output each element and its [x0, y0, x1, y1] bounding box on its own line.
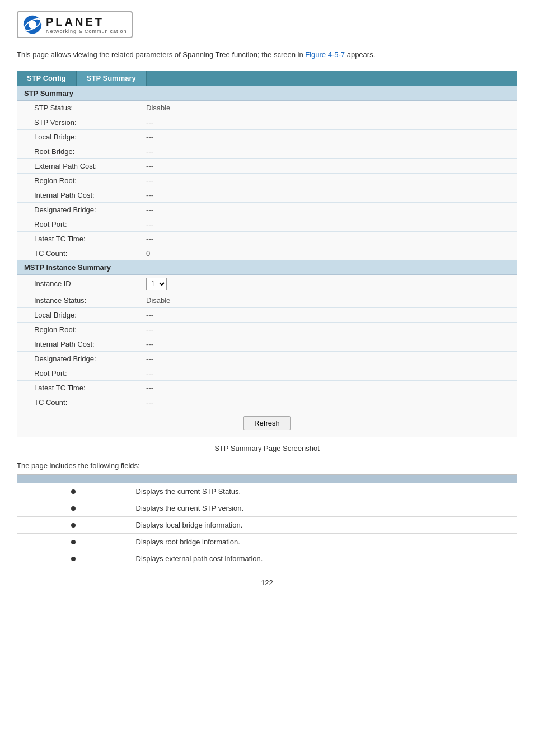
- mstp-latest-tc-value: ---: [129, 380, 517, 395]
- table-row: TC Count: 0: [17, 246, 517, 260]
- mstp-region-root-label: Region Root:: [17, 322, 129, 337]
- mstp-summary-header: MSTP Instance Summary: [17, 260, 517, 275]
- stp-summary-header: STP Summary: [17, 86, 517, 101]
- mstp-summary-table: Instance ID 1 2 3 Instance Status: Disab…: [17, 275, 517, 409]
- root-bridge-label: Root Bridge:: [17, 144, 129, 158]
- stp-status-value: Disable: [129, 101, 517, 115]
- bullet-icon: [71, 557, 76, 561]
- list-item: Displays local bridge information.: [17, 516, 517, 533]
- instance-id-label: Instance ID: [17, 275, 129, 293]
- root-bridge-value: ---: [129, 144, 517, 158]
- mstp-root-port-label: Root Port:: [17, 366, 129, 380]
- field-bullet-1: [17, 483, 129, 500]
- table-row: STP Status: Disable: [17, 101, 517, 115]
- field-description-table: Displays the current STP Status. Display…: [17, 474, 517, 567]
- field-table-header-row: [17, 474, 517, 483]
- root-port-label: Root Port:: [17, 217, 129, 231]
- table-row: Latest TC Time: ---: [17, 380, 517, 395]
- tc-count-value: 0: [129, 246, 517, 260]
- logo-box: PLANET Networking & Communication: [17, 11, 133, 38]
- stp-version-value: ---: [129, 115, 517, 129]
- latest-tc-label: Latest TC Time:: [17, 231, 129, 246]
- ext-path-cost-value: ---: [129, 158, 517, 173]
- field-col-header-1: [17, 474, 129, 483]
- ext-path-cost-label: External Path Cost:: [17, 158, 129, 173]
- table-row: Region Root: ---: [17, 322, 517, 337]
- int-path-cost-value: ---: [129, 188, 517, 202]
- tab-bar: STP Config STP Summary: [17, 71, 517, 86]
- list-item: Displays the current STP Status.: [17, 483, 517, 500]
- mstp-int-path-label: Internal Path Cost:: [17, 337, 129, 351]
- mstp-local-bridge-label: Local Bridge:: [17, 307, 129, 322]
- field-desc-5: Displays external path cost information.: [129, 550, 517, 567]
- desig-bridge-value: ---: [129, 202, 517, 217]
- list-item: Displays external path cost information.: [17, 550, 517, 567]
- table-row: Local Bridge: ---: [17, 129, 517, 144]
- logo-planet-text: PLANET: [46, 16, 127, 29]
- planet-logo-icon: [22, 15, 43, 35]
- table-row: Root Port: ---: [17, 217, 517, 231]
- region-root-label: Region Root:: [17, 173, 129, 188]
- instance-status-label: Instance Status:: [17, 293, 129, 307]
- int-path-cost-label: Internal Path Cost:: [17, 188, 129, 202]
- logo-sub-text: Networking & Communication: [46, 29, 127, 34]
- field-bullet-5: [17, 550, 129, 567]
- region-root-value: ---: [129, 173, 517, 188]
- main-panel: STP Summary STP Status: Disable STP Vers…: [17, 86, 517, 437]
- stp-version-label: STP Version:: [17, 115, 129, 129]
- root-port-value: ---: [129, 217, 517, 231]
- field-desc-4: Displays root bridge information.: [129, 533, 517, 550]
- field-desc-1: Displays the current STP Status.: [129, 483, 517, 500]
- bullet-icon: [71, 523, 76, 528]
- field-bullet-4: [17, 533, 129, 550]
- mstp-root-port-value: ---: [129, 366, 517, 380]
- bullet-icon: [71, 540, 76, 544]
- mstp-local-bridge-value: ---: [129, 307, 517, 322]
- mstp-tc-count-value: ---: [129, 395, 517, 409]
- table-row: Internal Path Cost: ---: [17, 188, 517, 202]
- field-bullet-3: [17, 516, 129, 533]
- stp-status-label: STP Status:: [17, 101, 129, 115]
- local-bridge-label: Local Bridge:: [17, 129, 129, 144]
- mstp-desig-bridge-label: Designated Bridge:: [17, 351, 129, 366]
- desig-bridge-label: Designated Bridge:: [17, 202, 129, 217]
- table-row: Internal Path Cost: ---: [17, 337, 517, 351]
- tc-count-label: TC Count:: [17, 246, 129, 260]
- refresh-button[interactable]: Refresh: [243, 416, 291, 430]
- latest-tc-value: ---: [129, 231, 517, 246]
- table-row: Instance ID 1 2 3: [17, 275, 517, 293]
- table-row: Instance Status: Disable: [17, 293, 517, 307]
- list-item: Displays root bridge information.: [17, 533, 517, 550]
- list-item: Displays the current STP version.: [17, 500, 517, 516]
- intro-text-after: appears.: [345, 50, 375, 59]
- figure-link[interactable]: Figure 4-5-7: [305, 50, 345, 59]
- mstp-int-path-value: ---: [129, 337, 517, 351]
- table-row: STP Version: ---: [17, 115, 517, 129]
- bullet-icon: [71, 506, 76, 511]
- tab-stp-summary[interactable]: STP Summary: [77, 71, 147, 86]
- field-bullet-2: [17, 500, 129, 516]
- instance-id-cell: 1 2 3: [129, 275, 517, 293]
- fields-intro-text: The page includes the following fields:: [17, 461, 517, 470]
- instance-id-select[interactable]: 1 2 3: [146, 278, 167, 290]
- mstp-desig-bridge-value: ---: [129, 351, 517, 366]
- table-row: Latest TC Time: ---: [17, 231, 517, 246]
- mstp-latest-tc-label: Latest TC Time:: [17, 380, 129, 395]
- table-row: Local Bridge: ---: [17, 307, 517, 322]
- page-number: 122: [17, 578, 517, 587]
- bullet-icon: [71, 489, 76, 494]
- table-row: Designated Bridge: ---: [17, 202, 517, 217]
- field-col-header-2: [129, 474, 517, 483]
- table-row: TC Count: ---: [17, 395, 517, 409]
- screenshot-caption: STP Summary Page Screenshot: [17, 444, 517, 452]
- logo-area: PLANET Networking & Communication: [17, 11, 517, 38]
- logo-text: PLANET Networking & Communication: [46, 16, 127, 34]
- refresh-row: Refresh: [17, 409, 517, 437]
- tab-stp-config[interactable]: STP Config: [17, 71, 77, 86]
- field-desc-3: Displays local bridge information.: [129, 516, 517, 533]
- mstp-tc-count-label: TC Count:: [17, 395, 129, 409]
- local-bridge-value: ---: [129, 129, 517, 144]
- field-desc-2: Displays the current STP version.: [129, 500, 517, 516]
- table-row: Region Root: ---: [17, 173, 517, 188]
- table-row: External Path Cost: ---: [17, 158, 517, 173]
